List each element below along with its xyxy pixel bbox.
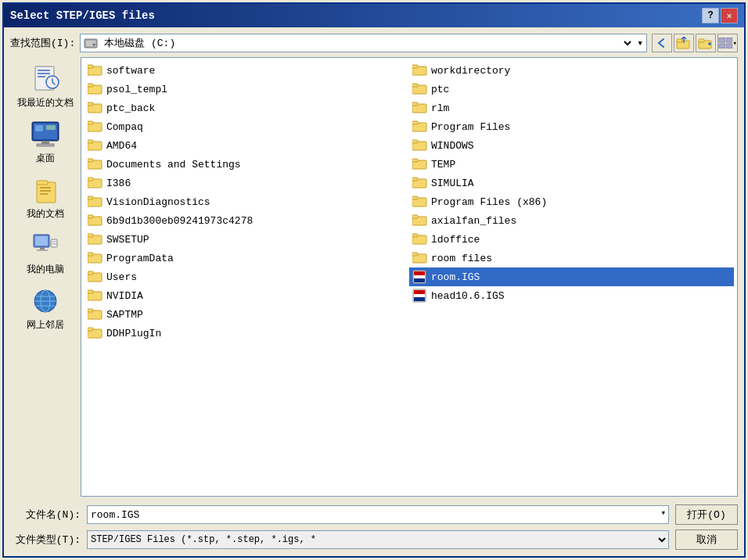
list-item[interactable]: Documents and Settings <box>85 155 409 174</box>
sidebar-label-desktop: 桌面 <box>36 152 55 165</box>
recent-docs-icon <box>30 63 61 95</box>
dialog-window: Select STEP/IGES files ? ✕ 查找范围(I): 本地磁盘… <box>2 2 746 558</box>
list-item[interactable]: Compaq <box>85 117 409 136</box>
back-button[interactable] <box>652 34 672 52</box>
svg-rect-4 <box>677 39 682 42</box>
list-item[interactable]: AMD64 <box>85 136 409 155</box>
list-item[interactable]: room files <box>409 249 734 267</box>
sidebar-item-mydocs[interactable]: 我的文档 <box>14 171 77 224</box>
file-name: 6b9d1b300eb09241973c4278 <box>106 215 253 227</box>
list-item[interactable]: WINDOWS <box>409 136 734 155</box>
view-button[interactable]: ▾ <box>717 34 738 52</box>
file-name: room files <box>431 253 492 264</box>
svg-rect-32 <box>52 241 56 242</box>
folder-up-icon <box>676 37 692 49</box>
filetype-select[interactable]: STEP/IGES Files (*.stp, *.step, *.igs, * <box>87 530 669 549</box>
sidebar-label-mydocs: 我的文档 <box>27 207 64 221</box>
svg-rect-60 <box>88 253 93 256</box>
svg-rect-76 <box>412 121 418 124</box>
file-name: TEMP <box>431 159 455 171</box>
sidebar-item-mypc[interactable]: 我的电脑 <box>14 227 77 279</box>
list-item[interactable]: Program Files (x86) <box>409 192 734 211</box>
filename-input[interactable] <box>87 505 669 524</box>
svg-rect-52 <box>88 178 93 181</box>
list-item[interactable]: Users <box>85 267 409 286</box>
list-item[interactable]: room.IGS <box>409 267 734 286</box>
svg-rect-23 <box>37 181 48 185</box>
list-item[interactable]: head10.6.IGS <box>409 286 734 305</box>
file-name: Program Files <box>431 121 510 133</box>
list-item[interactable]: rlm <box>409 99 734 117</box>
sidebar-item-recent[interactable]: 我最近的文档 <box>14 60 77 113</box>
list-item[interactable]: ProgramData <box>85 249 409 267</box>
svg-rect-88 <box>412 234 418 237</box>
drive-icon <box>84 38 98 48</box>
sidebar-item-desktop[interactable]: 桌面 <box>14 116 77 168</box>
svg-rect-92 <box>414 271 425 275</box>
view-icon <box>718 37 733 49</box>
sidebar-label-recent: 我最近的文档 <box>17 96 74 109</box>
file-column-left: software psol_templ ptc_back Compaq AMD6… <box>85 61 409 343</box>
list-item[interactable]: Program Files <box>409 117 734 136</box>
close-button[interactable]: ✕ <box>721 8 738 23</box>
file-area: software psol_templ ptc_back Compaq AMD6… <box>81 57 738 497</box>
cancel-button[interactable]: 取消 <box>675 529 738 550</box>
dialog-title: Select STEP/IGES files <box>10 9 155 22</box>
list-item[interactable]: SWSETUP <box>85 230 409 249</box>
list-item[interactable]: VisionDiagnostics <box>85 192 409 211</box>
list-item[interactable]: TEMP <box>409 155 734 174</box>
file-name: NVIDIA <box>106 290 143 302</box>
back-icon <box>656 38 668 48</box>
list-item[interactable]: I386 <box>85 174 409 192</box>
new-folder-icon <box>698 37 714 49</box>
svg-rect-70 <box>412 65 418 68</box>
filename-dropdown-arrow: ▾ <box>660 508 666 518</box>
filename-label: 文件名(N): <box>10 508 81 522</box>
svg-rect-86 <box>412 215 418 218</box>
list-item[interactable]: ptc <box>409 80 734 99</box>
list-item[interactable]: SIMULIA <box>409 174 734 192</box>
list-item[interactable]: ptc_back <box>85 99 409 117</box>
svg-rect-10 <box>726 44 732 48</box>
svg-rect-9 <box>719 44 725 48</box>
svg-rect-6 <box>699 39 704 42</box>
file-name: axialfan_files <box>431 215 516 227</box>
up-folder-button[interactable] <box>674 34 694 52</box>
svg-rect-24 <box>40 187 51 188</box>
svg-rect-28 <box>35 236 48 246</box>
sidebar-label-network: 网上邻居 <box>27 318 64 332</box>
list-item[interactable]: 6b9d1b300eb09241973c4278 <box>85 211 409 230</box>
new-folder-button[interactable] <box>696 34 716 52</box>
list-item[interactable]: axialfan_files <box>409 211 734 230</box>
file-name: room.IGS <box>431 271 480 283</box>
sidebar-item-network[interactable]: 网上邻居 <box>14 282 77 335</box>
svg-rect-93 <box>414 275 425 278</box>
open-button[interactable]: 打开(O) <box>675 504 738 525</box>
list-item[interactable]: software <box>85 61 409 80</box>
list-item[interactable]: workdirectory <box>409 61 734 80</box>
view-dropdown-arrow: ▾ <box>733 39 737 48</box>
list-item[interactable]: psol_templ <box>85 80 409 99</box>
svg-point-2 <box>93 44 95 46</box>
title-buttons: ? ✕ <box>702 8 738 23</box>
list-item[interactable]: DDHPlugIn <box>85 324 409 343</box>
desktop-icon <box>30 119 61 150</box>
svg-rect-56 <box>88 215 93 218</box>
list-item[interactable]: ldoffice <box>409 230 734 249</box>
location-bar: 查找范围(I): 本地磁盘 (C:) ▾ <box>10 34 738 52</box>
svg-rect-7 <box>719 38 725 42</box>
file-name: ptc <box>431 84 449 95</box>
location-select[interactable]: 本地磁盘 (C:) <box>101 37 634 50</box>
svg-rect-48 <box>88 140 93 143</box>
svg-rect-40 <box>88 65 93 68</box>
svg-rect-80 <box>412 159 418 162</box>
file-name: VisionDiagnostics <box>106 196 210 208</box>
location-dropdown[interactable]: 本地磁盘 (C:) ▾ <box>80 34 647 52</box>
list-item[interactable]: NVIDIA <box>85 286 409 305</box>
my-pc-icon <box>30 230 61 261</box>
file-name: software <box>106 65 155 77</box>
svg-rect-64 <box>88 290 93 293</box>
title-bar: Select STEP/IGES files ? ✕ <box>4 4 744 27</box>
list-item[interactable]: SAPTMP <box>85 305 409 324</box>
help-button[interactable]: ? <box>702 8 719 23</box>
